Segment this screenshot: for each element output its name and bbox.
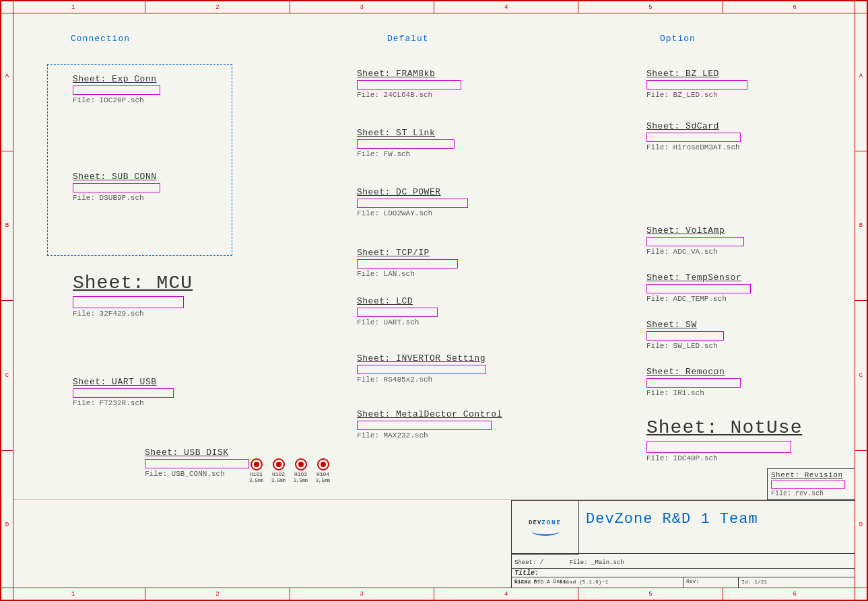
hole-h104: H104 3,5mm	[316, 458, 330, 483]
sheet-st-link-name: Sheet: ST Link	[357, 128, 455, 138]
sheet-tcp-ip-name: Sheet: TCP/IP	[357, 248, 458, 258]
title-company: DevZone R&D 1 Team	[586, 511, 851, 528]
section-option-heading: Option	[660, 34, 696, 44]
hole-h104-label: H104	[316, 471, 329, 477]
ruler-right: A B C D	[855, 1, 867, 600]
ruler-bot-5: 5	[578, 588, 723, 600]
sheet-lcd-rect	[357, 308, 438, 317]
hole-h101-inner	[254, 462, 259, 467]
sheet-sw-file: File: SW_LED.sch	[646, 342, 724, 350]
sheet-exp-conn-name: Sheet: Exp Conn	[73, 74, 160, 84]
sheet-usb-disk-name: Sheet: USB DISK	[145, 448, 249, 458]
sheet-fram8kb: Sheet: FRAM8kb File: 24CL64B.sch	[357, 69, 461, 99]
sheet-voltamp: Sheet: VoltAmp File: ADC_VA.sch	[646, 225, 744, 256]
sheet-notuse-file: File: IDC40P.sch	[646, 454, 802, 462]
sheet-mcu-file: File: 32F429.sch	[73, 310, 193, 318]
sheet-remocon-file: File: IR1.sch	[646, 389, 741, 397]
title-id-cell: Id: 1/21	[739, 577, 855, 588]
sheet-bz-led-file: File: BZ_LED.sch	[646, 91, 747, 99]
title-logo-area: DEV ZONE	[512, 501, 579, 555]
sheet-fram8kb-name: Sheet: FRAM8kb	[357, 69, 461, 79]
logo-dev: DEV	[529, 520, 541, 526]
sheet-bz-led: Sheet: BZ LED File: BZ_LED.sch	[646, 69, 747, 99]
sheet-mcu: Sheet: MCU File: 32F429.sch	[73, 273, 193, 318]
sheet-metal-dector-file: File: MAX232.sch	[357, 431, 502, 439]
kicad-version: kicad (5.1.9)−1	[560, 579, 608, 585]
title-block: DEV ZONE DevZone R&D 1 Team Sheet: / Fil…	[511, 500, 855, 588]
sheet-uart-usb-rect	[73, 388, 174, 398]
logo-text-group: DEV ZONE	[529, 520, 562, 526]
hole-h102-label: H102	[272, 471, 285, 477]
schematic-page: 1 2 3 4 5 6 1 2 3 4 5 6 A B C D A B C D …	[0, 0, 868, 601]
logo-zone: ZONE	[541, 520, 562, 526]
ruler-left-a: A	[1, 1, 13, 151]
title-kicad-cell: KiCad E.D.A kicad (5.1.9)−1	[512, 577, 739, 588]
sheet-notuse-rect	[646, 441, 791, 453]
rev-sheet-name: Sheet: Revision	[771, 471, 851, 479]
sheet-lcd-file: File: UART.sch	[357, 318, 438, 326]
title-title-row: Title:	[512, 568, 855, 577]
ruler-right-c: C	[855, 301, 867, 451]
ruler-seg-4: 4	[434, 1, 578, 13]
ruler-bot-6: 6	[723, 588, 867, 600]
hole-h103-label: H103	[294, 471, 307, 477]
ruler-bot-4: 4	[434, 588, 578, 600]
sheet-sdcard-rect	[646, 133, 741, 142]
ruler-top: 1 2 3 4 5 6	[1, 1, 867, 13]
sheet-bz-led-rect	[646, 80, 747, 90]
sheet-st-link-file: File: FW.sch	[357, 150, 455, 158]
sheet-temp-sensor: Sheet: TempSensor File: ADC_TEMP.sch	[646, 273, 751, 303]
sheet-tcp-ip-rect	[357, 259, 458, 269]
title-sheet-row: Sheet: / File: _Main.sch	[512, 553, 855, 569]
ruler-left-d: D	[1, 451, 13, 600]
ruler-right-a: A	[855, 1, 867, 151]
sheet-mcu-rect	[73, 296, 184, 308]
sheet-remocon-name: Sheet: Remocon	[646, 367, 741, 377]
hole-h101-label: H101	[250, 471, 263, 477]
hole-h101: H101 3,5mm	[249, 458, 263, 483]
sheet-metal-dector: Sheet: MetalDector Control File: MAX232.…	[357, 409, 502, 439]
sheet-invertor-name: Sheet: INVERTOR Setting	[357, 353, 486, 363]
sheet-dc-power-file: File: LDO2WAY.sch	[357, 209, 468, 217]
sheet-invertor-file: File: RS485x2.sch	[357, 376, 486, 384]
ruler-right-d: D	[855, 451, 867, 600]
sheet-st-link-rect	[357, 139, 455, 149]
hole-h103-size: 3,5mm	[294, 478, 308, 483]
sheet-usb-disk-rect	[145, 459, 249, 468]
sheet-usb-disk-file: File: USB_CONN.sch	[145, 470, 249, 478]
sheet-invertor: Sheet: INVERTOR Setting File: RS485x2.sc…	[357, 353, 486, 384]
sheet-dc-power-rect	[357, 199, 468, 208]
sheet-temp-sensor-file: File: ADC_TEMP.sch	[646, 295, 751, 303]
hole-h101-circle	[251, 458, 263, 470]
ruler-right-b: B	[855, 151, 867, 302]
rev-sheet-file: File: rev.sch	[771, 490, 851, 497]
hole-h102-circle	[273, 458, 285, 470]
sheet-lcd: Sheet: LCD File: UART.sch	[357, 296, 438, 326]
sheet-metal-dector-rect	[357, 421, 492, 430]
sheet-sw-name: Sheet: SW	[646, 320, 724, 330]
title-id-label: Id: 1/21	[741, 579, 767, 585]
ruler-seg-6: 6	[723, 1, 867, 13]
sheet-bz-led-name: Sheet: BZ LED	[646, 69, 747, 79]
sheet-notuse: Sheet: NotUse File: IDC40P.sch	[646, 417, 802, 462]
main-area: Connection Sheet: Exp Conn File: IDC20P.…	[13, 13, 855, 588]
title-label: Title:	[514, 569, 539, 577]
sheet-sub-conn-name: Sheet: SUB CONN	[73, 172, 160, 182]
ruler-seg-5: 5	[578, 1, 723, 13]
hole-h103-circle	[295, 458, 307, 470]
sheet-sw-rect	[646, 331, 724, 341]
sheet-uart-usb: Sheet: UART USB File: FT232R.sch	[73, 377, 174, 407]
sheet-sub-conn-rect	[73, 183, 160, 192]
ruler-seg-1: 1	[1, 1, 145, 13]
sheet-dc-power: Sheet: DC POWER File: LDO2WAY.sch	[357, 187, 468, 217]
ruler-left-b: B	[1, 151, 13, 302]
title-file-label: File: _Main.sch	[570, 559, 624, 566]
sheet-st-link: Sheet: ST Link File: FW.sch	[357, 128, 455, 158]
hole-h103-inner	[298, 462, 304, 467]
sheet-exp-conn-rect	[73, 85, 160, 95]
hole-h101-size: 3,5mm	[249, 478, 263, 483]
ruler-left-c: C	[1, 301, 13, 451]
ruler-seg-2: 2	[145, 1, 290, 13]
sheet-uart-usb-name: Sheet: UART USB	[73, 377, 174, 387]
sheet-sub-conn-file: File: DSUB9P.sch	[73, 194, 160, 202]
